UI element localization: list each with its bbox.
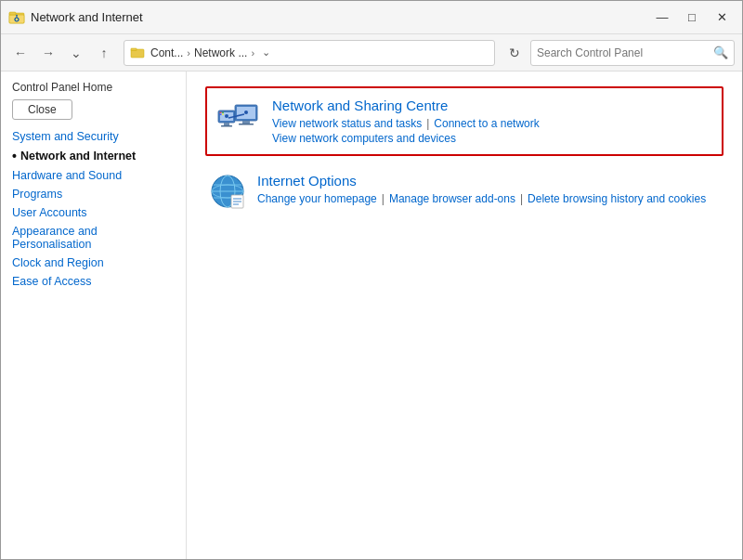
network-sharing-icon (216, 98, 261, 142)
svg-rect-11 (221, 125, 232, 127)
svg-point-5 (16, 14, 18, 16)
sidebar-nav: System and Security Network and Internet… (1, 127, 186, 291)
maximize-button[interactable]: □ (679, 7, 705, 28)
refresh-button[interactable]: ↻ (502, 41, 527, 65)
svg-rect-22 (220, 114, 222, 116)
network-sharing-card: Network and Sharing Centre View network … (205, 86, 723, 156)
breadcrumb-expand[interactable]: ⌄ (258, 45, 274, 60)
link-sep-2: | (382, 192, 385, 205)
close-btn-container: Close (1, 96, 186, 124)
internet-options-title[interactable]: Internet Options (257, 173, 706, 189)
breadcrumb-bar: Cont... › Network ... › ⌄ (124, 40, 495, 66)
delete-browsing-history-link[interactable]: Delete browsing history and cookies (528, 192, 706, 205)
sidebar-item-appearance[interactable]: Appearance and Personalisation (1, 222, 186, 254)
network-sharing-links-1: View network status and tasks | Connect … (272, 117, 540, 130)
minimize-button[interactable]: — (649, 7, 675, 28)
sidebar-item-network-internet: Network and Internet (1, 146, 186, 166)
internet-options-icon (209, 173, 246, 210)
svg-point-17 (244, 111, 248, 114)
breadcrumb-folder-icon (130, 46, 145, 60)
dropdown-button[interactable]: ⌄ (64, 41, 88, 65)
network-sharing-title[interactable]: Network and Sharing Centre (272, 98, 540, 113)
up-button[interactable]: ↑ (92, 41, 116, 65)
svg-rect-10 (224, 123, 229, 125)
sidebar-item-hardware-sound[interactable]: Hardware and Sound (1, 166, 186, 185)
sidebar: Control Panel Home Close System and Secu… (1, 72, 187, 559)
breadcrumb-item-2[interactable]: Network ... (194, 46, 247, 59)
svg-rect-21 (222, 112, 224, 114)
sidebar-item-ease-of-access[interactable]: Ease of Access (1, 272, 186, 291)
main-layout: Control Panel Home Close System and Secu… (1, 72, 742, 559)
sidebar-close-button[interactable]: Close (12, 99, 72, 120)
link-sep-3: | (520, 192, 523, 205)
search-icon: 🔍 (713, 46, 728, 59)
svg-rect-14 (242, 121, 250, 124)
internet-options-card: Internet Options Change your homepage | … (205, 167, 723, 215)
svg-rect-23 (222, 114, 224, 116)
content-area: Network and Sharing Centre View network … (187, 72, 742, 559)
sidebar-back-link[interactable]: Control Panel Home (1, 79, 186, 96)
sidebar-item-system-security[interactable]: System and Security (1, 127, 186, 146)
window-icon (8, 9, 25, 26)
view-network-computers-link[interactable]: View network computers and devices (272, 132, 456, 145)
sidebar-item-programs[interactable]: Programs (1, 185, 186, 203)
window-controls: — □ ✕ (649, 7, 735, 28)
svg-rect-20 (220, 112, 222, 114)
breadcrumb-item-1[interactable]: Cont... (150, 46, 183, 59)
search-box: 🔍 (530, 40, 735, 66)
close-button[interactable]: ✕ (709, 7, 735, 28)
window-title: Network and Internet (31, 10, 649, 24)
forward-button[interactable]: → (36, 41, 60, 65)
main-window: Network and Internet — □ ✕ ← → ⌄ ↑ Cont.… (0, 0, 743, 560)
svg-rect-2 (9, 12, 16, 15)
manage-browser-addons-link[interactable]: Manage browser add-ons (389, 192, 515, 205)
internet-options-body: Internet Options Change your homepage | … (257, 173, 706, 205)
breadcrumb-sep-1: › (187, 47, 190, 59)
title-bar: Network and Internet — □ ✕ (1, 1, 742, 34)
svg-rect-7 (131, 48, 137, 51)
back-button[interactable]: ← (8, 41, 33, 65)
search-input[interactable] (537, 46, 713, 59)
internet-options-links: Change your homepage | Manage browser ad… (257, 192, 706, 205)
link-sep-1: | (426, 117, 429, 130)
network-sharing-body: Network and Sharing Centre View network … (272, 98, 540, 145)
breadcrumb-sep-2: › (251, 47, 254, 59)
sidebar-item-user-accounts[interactable]: User Accounts (1, 203, 186, 222)
nav-bar: ← → ⌄ ↑ Cont... › Network ... › ⌄ ↻ 🔍 (1, 34, 742, 72)
sidebar-item-clock-region[interactable]: Clock and Region (1, 254, 186, 272)
network-sharing-links-2: View network computers and devices (272, 132, 540, 145)
svg-point-16 (225, 114, 228, 118)
change-homepage-link[interactable]: Change your homepage (257, 192, 377, 205)
connect-to-network-link[interactable]: Connect to a network (434, 117, 539, 130)
view-network-status-link[interactable]: View network status and tasks (272, 117, 422, 130)
svg-rect-15 (239, 124, 254, 125)
